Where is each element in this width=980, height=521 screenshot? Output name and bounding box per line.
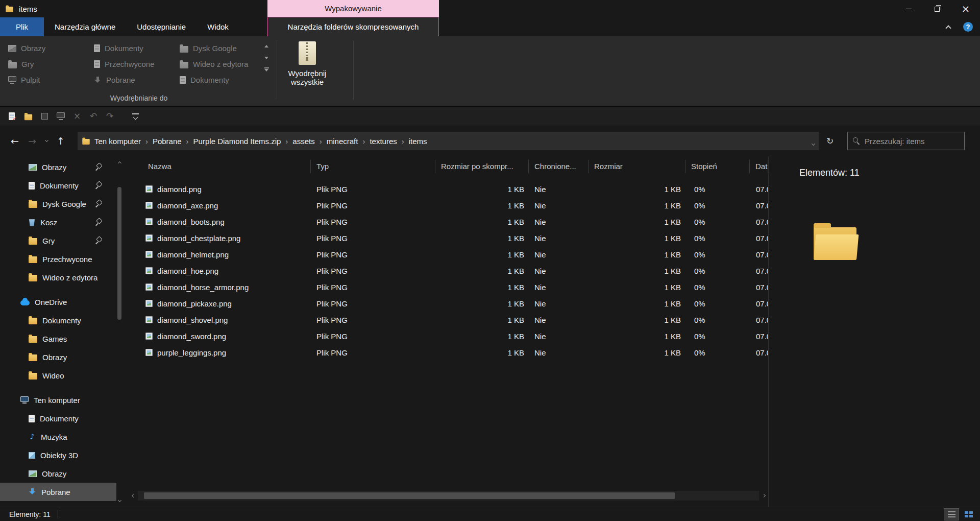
sidebar-item-dokumenty[interactable]: Dokumenty: [0, 176, 116, 195]
extract-destination-gry[interactable]: Gry: [4, 56, 90, 72]
sidebar-item-przechwycone[interactable]: Przechwycone: [0, 250, 116, 268]
file-row-diamond[interactable]: diamond.png Plik PNG 1 KB Nie 1 KB 0% 07…: [129, 181, 768, 197]
breadcrumb-item-ten-komputer[interactable]: Ten komputer: [90, 137, 145, 146]
column-header-typ[interactable]: Typ: [311, 160, 435, 173]
column-header-stopien[interactable]: Stopień: [685, 160, 750, 173]
breadcrumb-item-pobrane[interactable]: Pobrane: [149, 137, 186, 146]
search-input[interactable]: [865, 137, 959, 146]
customize-quick-access-button[interactable]: [129, 110, 142, 123]
chevron-right-icon: ›: [319, 137, 323, 146]
address-bar[interactable]: Ten komputer › Pobrane › Purple Diamond …: [78, 132, 819, 150]
scrollbar-thumb[interactable]: [117, 187, 121, 320]
file-name: diamond.png: [129, 185, 311, 194]
file-row-diamond-chestplate[interactable]: diamond_chestplate.png Plik PNG 1 KB Nie…: [129, 230, 768, 246]
breadcrumb-item-minecraft[interactable]: minecraft: [323, 137, 362, 146]
search-box[interactable]: [847, 132, 965, 150]
file-row-diamond-pickaxe[interactable]: diamond_pickaxe.png Plik PNG 1 KB Nie 1 …: [129, 295, 768, 312]
extract-destination-pobrane[interactable]: Pobrane: [90, 72, 176, 88]
redo-button[interactable]: ↷: [103, 110, 116, 123]
sidebar-item-onedrive-dokumenty[interactable]: Dokumenty: [0, 311, 116, 329]
sidebar-item-pc-muzyka[interactable]: ♪Muzyka: [0, 428, 116, 446]
extract-destination-pulpit[interactable]: Pulpit: [4, 72, 90, 88]
column-header-rozmiar-po-skompresowaniu[interactable]: Rozmiar po skompr...: [435, 160, 529, 173]
recent-locations-button[interactable]: [41, 132, 52, 150]
column-header-data[interactable]: Dat: [750, 160, 768, 173]
close-button[interactable]: ×: [951, 0, 980, 17]
pin-icon: [95, 163, 102, 170]
tab-home[interactable]: Narzędzia główne: [44, 17, 126, 36]
back-button[interactable]: ←: [6, 132, 23, 150]
extract-destination-przechwycone[interactable]: Przechwycone: [90, 56, 176, 72]
forward-button[interactable]: →: [23, 132, 41, 150]
breadcrumb-item-textures[interactable]: textures: [365, 137, 401, 146]
file-row-diamond-hoe[interactable]: diamond_hoe.png Plik PNG 1 KB Nie 1 KB 0…: [129, 263, 768, 279]
image-file-icon: [145, 283, 153, 291]
file-row-diamond-shovel[interactable]: diamond_shovel.png Plik PNG 1 KB Nie 1 K…: [129, 312, 768, 328]
tab-share[interactable]: Udostępnianie: [126, 17, 197, 36]
extract-destination-obrazy[interactable]: Obrazy: [4, 40, 90, 56]
file-row-diamond-sword[interactable]: diamond_sword.png Plik PNG 1 KB Nie 1 KB…: [129, 328, 768, 344]
sidebar-item-obrazy[interactable]: Obrazy: [0, 158, 116, 176]
sidebar-item-onedrive[interactable]: OneDrive: [0, 293, 116, 311]
file-row-diamond-axe[interactable]: diamond_axe.png Plik PNG 1 KB Nie 1 KB 0…: [129, 197, 768, 214]
tab-compressed-folder-tools[interactable]: Narzędzia folderów skompresowanych: [267, 17, 439, 36]
scroll-right-button[interactable]: [759, 491, 768, 501]
destinations-more-button[interactable]: [262, 66, 271, 73]
rename-button[interactable]: [54, 110, 67, 123]
sidebar-item-onedrive-obrazy[interactable]: Obrazy: [0, 348, 116, 366]
sidebar-item-gry[interactable]: Gry: [0, 231, 116, 250]
column-header-nazwa[interactable]: Nazwa: [129, 160, 311, 173]
sidebar-scrollbar: [116, 156, 122, 507]
collapse-ribbon-button[interactable]: [943, 21, 954, 33]
sidebar-item-ten-komputer[interactable]: Ten komputer: [0, 391, 116, 409]
column-header-chronione[interactable]: Chronione...: [529, 160, 589, 173]
sidebar-item-pc-obrazy[interactable]: Obrazy: [0, 464, 116, 483]
file-date: 07.0: [750, 185, 768, 194]
up-button[interactable]: ↑: [52, 132, 69, 150]
destinations-scroll-up-button[interactable]: [262, 42, 271, 50]
extract-destination-dokumenty[interactable]: Dokumenty: [90, 40, 176, 56]
destinations-scroll-down-button[interactable]: [262, 54, 271, 61]
breadcrumb-item-zip[interactable]: Purple Diamond Items.zip: [189, 137, 285, 146]
scroll-down-button[interactable]: [116, 498, 122, 505]
document-icon: [180, 76, 186, 84]
details-view-button[interactable]: [944, 509, 959, 520]
extract-destination-wideo-z-edytora[interactable]: Wideo z edytora: [176, 56, 261, 72]
extract-all-button[interactable]: Wyodrębnij wszystkie: [281, 38, 333, 105]
tab-view[interactable]: Widok: [197, 17, 239, 36]
breadcrumb-item-assets[interactable]: assets: [288, 137, 318, 146]
archive-button[interactable]: [38, 110, 51, 123]
sidebar-item-pc-pobrane[interactable]: Pobrane: [0, 483, 116, 501]
thumbnail-view-button[interactable]: [962, 509, 976, 520]
restore-button[interactable]: [923, 0, 951, 17]
properties-button[interactable]: [5, 110, 18, 123]
scroll-left-button[interactable]: [129, 491, 138, 501]
address-dropdown-button[interactable]: [812, 138, 815, 147]
extract-destination-dysk-google[interactable]: Dysk Google: [176, 40, 261, 56]
column-header-rozmiar[interactable]: Rozmiar: [589, 160, 685, 173]
delete-button[interactable]: ×: [70, 110, 84, 123]
sidebar-item-wideo-z-edytora[interactable]: Wideo z edytora: [0, 268, 116, 287]
sidebar-item-pc-obiekty-3d[interactable]: Obiekty 3D: [0, 446, 116, 464]
sidebar-item-kosz[interactable]: Kosz: [0, 213, 116, 231]
tab-file[interactable]: Plik: [0, 17, 44, 36]
file-row-purple-leggings[interactable]: purple_leggings.png Plik PNG 1 KB Nie 1 …: [129, 344, 768, 361]
sidebar-item-onedrive-games[interactable]: Games: [0, 329, 116, 348]
extract-destination-dokumenty-2[interactable]: Dokumenty: [176, 72, 261, 88]
sidebar-item-dysk-google[interactable]: Dysk Google: [0, 195, 116, 213]
refresh-button[interactable]: ↻: [821, 132, 839, 150]
sidebar-item-pc-dokumenty[interactable]: Dokumenty: [0, 409, 116, 428]
minimize-button[interactable]: [894, 0, 923, 17]
file-row-diamond-horse-armor[interactable]: diamond_horse_armor.png Plik PNG 1 KB Ni…: [129, 279, 768, 295]
help-button[interactable]: ?: [963, 22, 973, 32]
scroll-up-button[interactable]: [116, 158, 122, 165]
horizontal-scrollbar: [129, 491, 768, 501]
new-folder-button[interactable]: [21, 110, 35, 123]
breadcrumb-item-items[interactable]: items: [405, 137, 431, 146]
file-row-diamond-helmet[interactable]: diamond_helmet.png Plik PNG 1 KB Nie 1 K…: [129, 246, 768, 263]
file-row-diamond-boots[interactable]: diamond_boots.png Plik PNG 1 KB Nie 1 KB…: [129, 214, 768, 230]
undo-button[interactable]: ↶: [87, 110, 100, 123]
pin-icon: [95, 200, 102, 207]
sidebar-item-onedrive-wideo[interactable]: Wideo: [0, 366, 116, 385]
scrollbar-thumb[interactable]: [144, 492, 675, 499]
